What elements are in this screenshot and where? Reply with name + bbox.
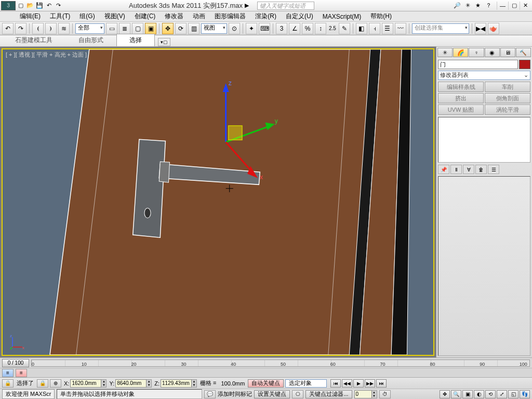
snap-toggle-button[interactable]: 3 — [276, 23, 287, 34]
coord-z-input[interactable] — [161, 379, 192, 388]
mod-extrude-button[interactable]: 挤出 — [438, 93, 484, 103]
menu-maxscript[interactable]: MAXScript(M) — [318, 12, 366, 21]
key-mode-icon[interactable]: ⎔ — [292, 390, 303, 398]
tab-display-icon[interactable]: 🖥 — [500, 48, 515, 57]
coord-y-input[interactable] — [115, 379, 147, 388]
menu-help[interactable]: 帮助(H) — [366, 11, 396, 22]
coord-x-spinner[interactable]: ▲▼ — [101, 379, 107, 388]
favorites-icon[interactable]: ★ — [474, 2, 482, 10]
ribbon-expand-button[interactable]: ▾▢ — [158, 38, 170, 46]
time-config-icon[interactable]: ⏱ — [379, 390, 391, 398]
comm-center-icon[interactable]: 💬 — [204, 390, 216, 398]
next-frame-icon[interactable]: ▶▶ — [365, 379, 375, 388]
align-button[interactable]: ⫞ — [369, 23, 380, 34]
select-region-button[interactable]: ▢ — [132, 23, 143, 34]
remove-modifier-icon[interactable]: 🗑 — [475, 165, 487, 174]
selection-filter-dropdown[interactable]: 全部 — [75, 23, 104, 34]
mirror-button[interactable]: ◧ — [356, 23, 367, 34]
transform-type-icon[interactable]: ⊕ — [50, 379, 61, 388]
rollout-area[interactable] — [438, 176, 530, 356]
window-crossing-toggle[interactable]: ▣ — [145, 23, 156, 34]
make-unique-icon[interactable]: ∀ — [463, 165, 474, 174]
redo-dropdown-icon[interactable]: ↷ — [54, 2, 62, 10]
select-and-scale-button[interactable]: ▥ — [188, 23, 200, 34]
maximize-button[interactable]: ▢ — [508, 2, 520, 10]
tab-utilities-icon[interactable]: 🔨 — [516, 48, 531, 57]
tab-modify-icon[interactable]: 🌈 — [453, 48, 468, 57]
minimize-button[interactable]: — — [497, 2, 508, 10]
goto-start-icon[interactable]: ⏮ — [330, 379, 341, 388]
tab-create-icon[interactable]: ✳ — [437, 48, 453, 57]
maxscript-listener[interactable]: 欢迎使用 MAXScr — [2, 389, 55, 399]
add-time-tag[interactable]: 添加时间标记 — [218, 390, 252, 398]
track-toggle-2[interactable]: ≡ — [16, 369, 27, 377]
zoom-icon[interactable]: 🔍 — [451, 390, 461, 398]
mod-turbosmooth-button[interactable]: 涡轮平滑 — [485, 104, 530, 115]
select-and-rotate-button[interactable]: ⟳ — [175, 23, 187, 34]
zoom-extents-icon[interactable]: ▣ — [462, 390, 473, 398]
track-toggle-1[interactable]: ≡ — [2, 369, 14, 377]
manipulate-button[interactable]: ✦ — [246, 23, 257, 34]
help-search-input[interactable]: 键入关键字或短语 — [257, 2, 314, 10]
fov-icon[interactable]: ◐ — [474, 390, 484, 398]
unlink-button[interactable]: ⟭ — [45, 23, 57, 34]
material-editor-button[interactable]: ▶◀ — [475, 23, 486, 34]
menu-animation[interactable]: 动画 — [189, 11, 209, 22]
open-icon[interactable]: 📂 — [26, 2, 34, 10]
undo-dropdown-icon[interactable]: ↶ — [45, 2, 53, 10]
render-setup-button[interactable]: 🫖 — [488, 23, 499, 34]
angle-snap-button[interactable]: ∠ — [289, 23, 300, 34]
mod-bevel-profile-button[interactable]: 倒角剖面 — [485, 93, 530, 103]
tab-hierarchy-icon[interactable]: ♀ — [469, 48, 484, 57]
goto-end-icon[interactable]: ⏭ — [376, 379, 387, 388]
max-viewport-icon[interactable]: ◱ — [508, 390, 518, 398]
named-selection-dropdown[interactable]: 创建选择集 — [412, 23, 469, 34]
menu-tools[interactable]: 工具(T) — [46, 11, 74, 22]
link-button[interactable]: ⟬ — [32, 23, 44, 34]
show-end-result-icon[interactable]: Ⅱ — [450, 165, 462, 174]
select-and-move-button[interactable]: ✥ — [162, 23, 174, 34]
viewport-perspective[interactable]: [ + ][ 透视 ][ 平滑 + 高光 + 边面 ] — [2, 48, 434, 356]
help-icon[interactable]: ？ — [484, 2, 493, 10]
tab-motion-icon[interactable]: ◉ — [485, 48, 500, 57]
spinner-snap-button[interactable]: ↕ — [315, 23, 326, 34]
named-selection-edit-button[interactable]: ✎ — [339, 23, 350, 34]
time-slider-handle[interactable]: 0 / 100 — [2, 359, 29, 367]
close-button[interactable]: ✕ — [520, 2, 531, 10]
select-object-button[interactable]: ▭ — [106, 23, 117, 34]
set-key-button[interactable]: 设置关键点 — [254, 390, 290, 398]
layer-manager-button[interactable]: ☰ — [382, 23, 393, 34]
prev-frame-icon[interactable]: ◀◀ — [342, 379, 352, 388]
object-name-input[interactable] — [438, 60, 518, 69]
binoculars-icon[interactable]: 🔎 — [453, 2, 461, 10]
zoom-all-icon[interactable]: ⤢ — [497, 390, 507, 398]
pin-stack-icon[interactable]: 📌 — [438, 165, 449, 174]
pivot-center-button[interactable]: ⊙ — [229, 23, 240, 34]
menu-group[interactable]: 组(G) — [75, 11, 99, 22]
mod-lathe-button[interactable]: 车削 — [485, 82, 530, 92]
ref-coord-dropdown[interactable]: 视图 — [201, 23, 227, 34]
menu-views[interactable]: 视图(V) — [100, 11, 129, 22]
undo-button[interactable]: ↶ — [2, 23, 14, 34]
save-icon[interactable]: 💾 — [35, 2, 44, 10]
ribbon-tab-graphite[interactable]: 石墨建模工具 — [2, 34, 65, 46]
walk-through-icon[interactable]: 👣 — [520, 390, 530, 398]
coord-z-spinner[interactable]: ▲▼ — [192, 379, 197, 388]
auto-key-button[interactable]: 自动关键点 — [248, 379, 284, 388]
menu-modifiers[interactable]: 修改器 — [161, 11, 188, 22]
menu-graph-editors[interactable]: 图形编辑器 — [210, 11, 250, 22]
infocenter-play-icon[interactable]: ▶ — [245, 2, 249, 9]
play-icon[interactable]: ▶ — [353, 379, 364, 388]
menu-create[interactable]: 创建(C) — [130, 11, 160, 22]
bind-spacewarp-button[interactable]: ≋ — [58, 23, 70, 34]
percent-snap-button[interactable]: % — [302, 23, 313, 34]
redo-button[interactable]: ↷ — [15, 23, 26, 34]
select-by-name-button[interactable]: ≣ — [119, 23, 130, 34]
menu-edit[interactable]: 编辑(E) — [16, 11, 45, 22]
viewport-label[interactable]: [ + ][ 透视 ][ 平滑 + 高光 + 边面 ] — [6, 51, 87, 59]
keyboard-shortcut-button[interactable]: ⌨ — [259, 23, 270, 34]
coord-x-input[interactable] — [70, 379, 101, 388]
communication-icon[interactable]: ✳ — [463, 2, 472, 10]
orbit-icon[interactable]: ⟲ — [485, 390, 496, 398]
menu-customize[interactable]: 自定义(U) — [282, 11, 317, 22]
